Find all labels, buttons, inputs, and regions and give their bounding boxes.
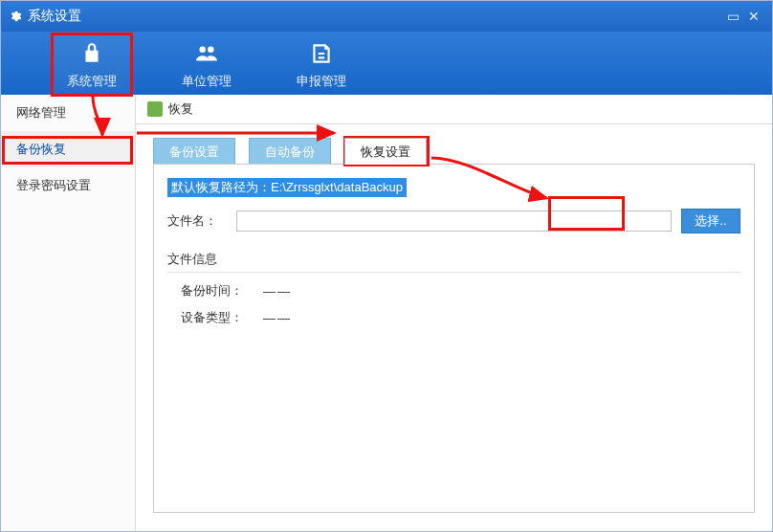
tab-restore-settings[interactable]: 恢复设置 xyxy=(344,138,427,165)
restore-panel: 默认恢复路径为：E:\Zrrssglxt\dataBackup 文件名： 选择.… xyxy=(153,164,755,513)
users-icon xyxy=(194,41,219,69)
main-panel: 恢复 备份设置 自动备份 恢复设置 默认恢复路径为：E:\Zrrssglxt\d… xyxy=(136,95,772,531)
toolbar-system-management[interactable]: 系统管理 xyxy=(54,35,130,95)
file-info-title: 文件信息 xyxy=(167,251,740,273)
file-label: 文件名： xyxy=(167,212,236,230)
toolbar-label: 系统管理 xyxy=(67,73,117,90)
gear-icon xyxy=(9,10,22,23)
toolbar-unit-management[interactable]: 单位管理 xyxy=(168,35,245,95)
sidebar: 网络管理 备份恢复 登录密码设置 xyxy=(1,95,136,531)
tabs: 备份设置 自动备份 恢复设置 xyxy=(136,124,772,165)
window-title: 系统设置 xyxy=(28,8,81,25)
toolbar-label: 单位管理 xyxy=(182,73,232,90)
tab-auto-backup[interactable]: 自动备份 xyxy=(249,138,331,165)
tab-backup-settings[interactable]: 备份设置 xyxy=(153,138,235,165)
close-icon[interactable]: ✕ xyxy=(743,9,764,24)
info-row-backup-time: 备份时间： —— xyxy=(167,282,740,299)
content-area: 网络管理 备份恢复 登录密码设置 恢复 备份设置 自动备份 恢复设置 默认恢复路… xyxy=(1,95,772,531)
file-row: 文件名： 选择.. xyxy=(167,209,740,233)
info-key: 备份时间： xyxy=(181,282,263,299)
toolbar-label: 申报管理 xyxy=(297,73,346,90)
sidebar-item-backup-restore[interactable]: 备份恢复 xyxy=(1,131,135,167)
restore-window-icon[interactable]: ▭ xyxy=(722,9,743,24)
info-key: 设备类型： xyxy=(181,309,263,326)
document-edit-icon xyxy=(309,41,334,69)
sidebar-item-login-password[interactable]: 登录密码设置 xyxy=(1,167,135,204)
breadcrumb-label: 恢复 xyxy=(168,100,193,118)
main-toolbar: 系统管理 单位管理 申报管理 xyxy=(1,32,772,95)
restore-icon xyxy=(147,101,163,117)
info-value: —— xyxy=(263,284,292,299)
choose-button[interactable]: 选择.. xyxy=(681,209,740,233)
info-value: —— xyxy=(263,311,292,325)
toolbar-report-management[interactable]: 申报管理 xyxy=(283,35,360,95)
info-row-device-type: 设备类型： —— xyxy=(167,309,740,326)
default-path-hint: 默认恢复路径为：E:\Zrrssglxt\dataBackup xyxy=(167,178,407,197)
sidebar-item-network[interactable]: 网络管理 xyxy=(1,95,135,131)
breadcrumb: 恢复 xyxy=(136,95,772,124)
app-window: 系统设置 ▭ ✕ 系统管理 单位管理 申报管理 网络管理 备份恢复 xyxy=(0,0,773,532)
lock-icon xyxy=(79,41,104,69)
title-bar: 系统设置 ▭ ✕ xyxy=(1,1,772,32)
file-input[interactable] xyxy=(236,211,672,232)
